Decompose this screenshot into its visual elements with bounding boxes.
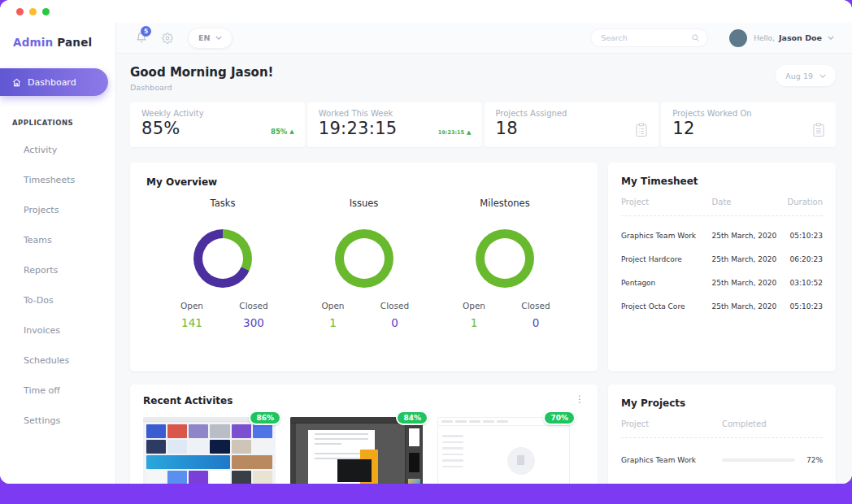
sidebar: Admin Panel Dashboard APPLICATIONS Activ… bbox=[0, 23, 116, 484]
milestones-donut-chart bbox=[476, 229, 534, 288]
projects-header-row: Project Completed bbox=[621, 419, 823, 428]
stat-card-projects-assigned: Projects Assigned 18 bbox=[485, 102, 659, 147]
overview-issues: Issues Open1 Closed0 bbox=[302, 198, 426, 329]
closed-value: 0 bbox=[364, 316, 426, 329]
stats-row: Weekly Activity 85% 85%▲ Worked This Wee… bbox=[130, 102, 836, 147]
titlebar bbox=[0, 0, 852, 23]
donut-title: Tasks bbox=[161, 198, 285, 209]
column-header-project: Project bbox=[621, 419, 722, 428]
language-selector[interactable]: EN bbox=[188, 28, 233, 49]
cell-duration: 06:20:23 bbox=[782, 255, 823, 263]
cell-project-name: Graphics Team Work bbox=[621, 456, 722, 464]
date-label: Aug 19 bbox=[785, 72, 813, 80]
date-selector[interactable]: Aug 19 bbox=[776, 65, 836, 86]
activity-screenshot-collage bbox=[143, 417, 276, 484]
sidebar-item-timesheets[interactable]: Timesheets bbox=[0, 165, 115, 195]
sidebar-item-label: Dashboard bbox=[28, 77, 76, 88]
donut-title: Milestones bbox=[443, 198, 567, 209]
greeting-prefix: Hello, bbox=[754, 34, 775, 42]
stat-delta: 19:23:15 bbox=[438, 129, 464, 136]
activity-thumbnail-2[interactable]: 84% bbox=[290, 417, 423, 484]
open-value: 1 bbox=[443, 316, 505, 329]
stat-label: Weekly Activity bbox=[141, 109, 293, 118]
progress-percent-label: 72% bbox=[803, 456, 823, 464]
activity-score-badge: 84% bbox=[396, 411, 428, 425]
overview-tasks: Tasks Open141 Closed300 bbox=[161, 198, 285, 329]
closed-label: Closed bbox=[364, 301, 426, 311]
cell-project: Graphics Team Work bbox=[621, 232, 712, 240]
closed-value: 0 bbox=[505, 316, 567, 329]
kebab-menu-icon[interactable]: ⋮ bbox=[575, 395, 585, 403]
timesheet-row: Graphics Team Work 25th March, 2020 05:1… bbox=[621, 232, 823, 240]
minimize-window-button[interactable] bbox=[29, 8, 37, 15]
sidebar-menu: Activity Timesheets Projects Teams Repor… bbox=[0, 135, 115, 436]
recent-activities-card: Recent Activites ⋮ 86% bbox=[130, 385, 598, 484]
open-label: Open bbox=[161, 301, 223, 311]
sidebar-item-todos[interactable]: To-Dos bbox=[0, 285, 115, 315]
sidebar-section-label: APPLICATIONS bbox=[12, 119, 115, 127]
open-label: Open bbox=[302, 301, 364, 311]
activity-score-badge: 70% bbox=[543, 411, 576, 425]
user-name: Jason Doe bbox=[779, 33, 822, 42]
app-logo: Admin Panel bbox=[0, 23, 115, 49]
search-input[interactable] bbox=[601, 33, 691, 42]
sidebar-item-projects[interactable]: Projects bbox=[0, 195, 115, 225]
cell-date: 25th March, 2020 bbox=[712, 279, 783, 287]
activity-screenshot-page bbox=[437, 417, 570, 484]
timesheet-row: Project Octa Core 25th March, 2020 05:10… bbox=[621, 302, 823, 311]
column-header-project: Project bbox=[621, 198, 712, 206]
user-avatar[interactable] bbox=[729, 29, 747, 47]
user-menu-chevron-icon[interactable] bbox=[828, 36, 834, 40]
cell-duration: 05:10:23 bbox=[782, 302, 823, 311]
stat-delta: 85% bbox=[271, 128, 287, 136]
stat-card-weekly-activity: Weekly Activity 85% 85%▲ bbox=[130, 102, 305, 147]
sidebar-item-teams[interactable]: Teams bbox=[0, 225, 115, 255]
activity-screenshot-editor bbox=[290, 417, 423, 484]
cell-date: 25th March, 2020 bbox=[712, 255, 783, 263]
chevron-down-icon bbox=[215, 36, 222, 40]
logo-text-secondary: Panel bbox=[57, 36, 92, 49]
column-header-date: Date bbox=[712, 198, 783, 206]
sidebar-item-dashboard[interactable]: Dashboard bbox=[0, 68, 108, 96]
open-value: 1 bbox=[302, 316, 364, 329]
activity-score-badge: 86% bbox=[249, 411, 281, 425]
search-icon bbox=[691, 33, 700, 42]
sidebar-item-reports[interactable]: Reports bbox=[0, 255, 115, 285]
clipboard-document-icon bbox=[812, 123, 825, 137]
stat-label: Projects Assigned bbox=[496, 109, 648, 118]
settings-gear-button[interactable] bbox=[162, 33, 173, 44]
project-row: Graphics Team Work 72% bbox=[621, 456, 823, 464]
close-window-button[interactable] bbox=[16, 8, 24, 15]
sidebar-item-invoices[interactable]: Invoices bbox=[0, 315, 115, 345]
activity-thumbnail-3[interactable]: 70% bbox=[437, 417, 570, 484]
sidebar-item-settings[interactable]: Settings bbox=[0, 406, 115, 436]
cell-duration: 05:10:23 bbox=[782, 232, 823, 240]
card-title: Recent Activites bbox=[143, 395, 233, 406]
sidebar-item-activity[interactable]: Activity bbox=[0, 135, 115, 165]
activity-thumbnail-1[interactable]: 86% bbox=[143, 417, 276, 484]
divider bbox=[621, 437, 823, 438]
column-header-duration: Duration bbox=[782, 198, 823, 206]
card-title: My Overview bbox=[146, 176, 581, 188]
timesheet-row: Pentagon 25th March, 2020 03:10:52 bbox=[621, 279, 823, 287]
zoom-window-button[interactable] bbox=[42, 8, 50, 15]
topbar: 5 EN Hello, Jason Doe bbox=[116, 23, 852, 54]
notifications-button[interactable]: 5 bbox=[136, 32, 147, 44]
sidebar-item-schedules[interactable]: Schedules bbox=[0, 345, 115, 376]
clipboard-list-icon bbox=[635, 123, 648, 137]
trend-up-icon: ▲ bbox=[467, 129, 471, 136]
timesheet-row: Project Hardcore 25th March, 2020 06:20:… bbox=[621, 255, 823, 263]
divider bbox=[621, 215, 823, 216]
progress-bar bbox=[722, 458, 795, 462]
sidebar-item-timeoff[interactable]: Time off bbox=[0, 376, 115, 406]
logo-text-primary: Admin bbox=[13, 36, 53, 49]
open-value: 141 bbox=[161, 316, 223, 329]
overview-milestones: Milestones Open1 Closed0 bbox=[443, 198, 567, 329]
column-header-completed: Completed bbox=[722, 419, 823, 428]
breadcrumb: Dashboard bbox=[130, 83, 273, 92]
my-overview-card: My Overview Tasks Open141 Closed300 bbox=[130, 163, 598, 371]
open-label: Open bbox=[443, 301, 505, 311]
cell-date: 25th March, 2020 bbox=[712, 232, 783, 240]
my-projects-card: My Projects Project Completed Graphics T… bbox=[608, 385, 836, 484]
stat-card-worked-this-week: Worked This Week 19:23:15 19:23:15▲ bbox=[307, 102, 482, 147]
